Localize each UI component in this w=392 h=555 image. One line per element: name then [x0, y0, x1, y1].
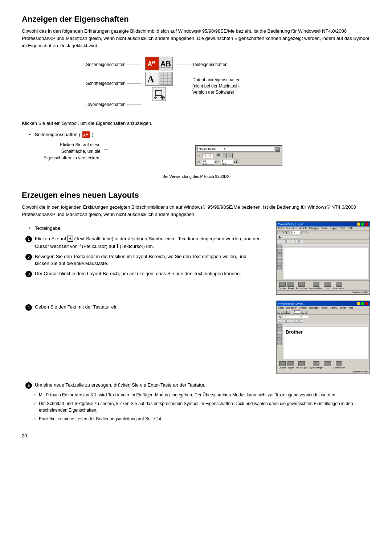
btn2-ausschneiden[interactable]: Ausschneiden — [332, 361, 345, 369]
fs2-b5[interactable] — [295, 319, 299, 323]
sb2-icon-2[interactable] — [277, 328, 282, 332]
section-eigenschaften: Anzeigen der Eigenschaften Obwohl das in… — [22, 15, 370, 180]
fs2-b1[interactable] — [278, 319, 281, 323]
sb-icon-4[interactable] — [277, 258, 282, 261]
font-b4[interactable] — [298, 236, 302, 239]
tb-b1[interactable] — [301, 231, 304, 234]
tb-print[interactable] — [287, 231, 290, 234]
win-close[interactable] — [365, 223, 368, 226]
btn-misc1[interactable]: — — [324, 282, 331, 289]
cursor-blink — [303, 329, 303, 334]
sidebar-2 — [277, 323, 282, 360]
step-1: 1 Klicken Sie auf A (Text-Schaltfläche) … — [25, 235, 261, 250]
fs2-b3[interactable] — [286, 319, 290, 323]
canvas-1[interactable] — [283, 247, 369, 279]
sub-notes-area: ☞ Mit P-touch Editor Version 3.1, wird T… — [33, 392, 370, 422]
fs2-b4[interactable] — [291, 319, 294, 323]
tb2-b4[interactable] — [287, 311, 290, 314]
stb-dropdown-24mm[interactable]: 24 mm ▼ — [202, 160, 214, 165]
stb-dropdown-auto[interactable]: AUTO ▼ — [203, 153, 213, 158]
svg-text:✣: ✣ — [154, 96, 157, 100]
tb-dropdown-t[interactable]: T — [293, 231, 300, 234]
rline-db — [176, 78, 191, 78]
icon-text[interactable]: AB —— — [159, 57, 173, 70]
tb-b2[interactable] — [305, 231, 307, 234]
texteingabe-bullet: Texteingabe — [29, 225, 261, 232]
icon-schrift[interactable]: A — [145, 72, 159, 86]
icon-seiten[interactable]: A B — [145, 57, 159, 70]
icon-layout[interactable]: ✣ — [152, 87, 166, 101]
tb2-dropdown[interactable]: T — [293, 310, 300, 314]
sb-icon-6[interactable] — [277, 266, 282, 270]
tb-open[interactable] — [281, 231, 283, 234]
btn2-drucken[interactable]: Drucken — [279, 361, 286, 369]
fs-b2[interactable] — [282, 240, 286, 243]
btn2-layout[interactable]: Layout einfügen — [309, 361, 323, 369]
font2-A-btn[interactable]: A — [278, 315, 282, 318]
font-b1[interactable] — [283, 236, 287, 239]
badge-4: 4 — [25, 304, 32, 311]
sb2-icon-5[interactable] — [277, 342, 282, 345]
btn-ausschneiden[interactable]: Ausschneiden — [332, 282, 345, 289]
fs-b4[interactable] — [291, 240, 294, 243]
btn-export[interactable]: Export — [287, 282, 294, 289]
stb-btn-photo[interactable] — [275, 147, 280, 152]
stb-btn-A2[interactable]: A — [228, 153, 233, 158]
icon-datenbank[interactable] — [159, 72, 173, 86]
tb2-b6[interactable] — [305, 311, 307, 314]
btn-text-ein[interactable]: Text einfügen — [295, 282, 307, 289]
font-b3[interactable] — [293, 236, 297, 239]
sb2-icon-4[interactable] — [277, 337, 282, 341]
stb-dropdown-4mm[interactable]: 4 mm ▼ — [221, 160, 233, 165]
tb2-b3[interactable] — [284, 311, 287, 314]
step5-area: 5 Um eine neue Textzeile zu erzeugen, dr… — [22, 381, 370, 422]
win-maximize[interactable] — [361, 223, 364, 226]
sb-icon-5[interactable] — [277, 262, 282, 266]
bottom-icons-2: Drucken Export Text einfügen Layout einf… — [277, 360, 369, 370]
sb2-icon-3[interactable] — [277, 333, 282, 336]
font2-name[interactable]: — — [283, 315, 301, 318]
fs-b3[interactable] — [286, 240, 290, 243]
font-b2[interactable] — [288, 236, 292, 239]
tb2-b1[interactable] — [277, 311, 280, 314]
stb-btn-grid[interactable] — [216, 153, 221, 158]
btn2-misc[interactable]: — — [324, 361, 331, 369]
font2-size[interactable] — [302, 315, 309, 318]
badge-3: 3 — [25, 271, 32, 277]
canvas-2[interactable]: Brother — [283, 327, 369, 359]
win-minimize-2[interactable] — [357, 302, 360, 305]
label-seiten: Seiteneigenschaften — [73, 57, 145, 73]
stb-spinner[interactable]: ▲ ▼ — [235, 159, 238, 165]
sb-icon-3[interactable] — [277, 253, 282, 257]
stb-btn-A1[interactable]: A — [222, 153, 227, 158]
note-icon-2: ☞ — [33, 400, 37, 407]
sb2-icon-1[interactable] — [277, 324, 282, 328]
fs-b1[interactable] — [278, 240, 281, 243]
fs2-b2[interactable] — [282, 319, 286, 323]
btn2-text[interactable]: Text einfügen — [295, 361, 307, 369]
icon-row-middle: A — [145, 72, 173, 86]
win-close-2[interactable] — [365, 302, 368, 305]
tb2-b2[interactable] — [281, 311, 283, 314]
stb-dropdown-normalformat[interactable]: Normalformat ▼ — [197, 147, 274, 152]
tb-new[interactable] — [277, 231, 280, 234]
line-schrift — [127, 83, 142, 84]
bullet-seiten: Seiteneigenschaften ( A B ) — [29, 131, 370, 138]
section1-intro: Obwohl das in den folgenden Erklärungen … — [22, 28, 370, 49]
tb2-b5[interactable] — [301, 311, 304, 314]
font-A-btn[interactable]: A — [278, 236, 282, 239]
win-minimize[interactable] — [357, 223, 360, 226]
svg-text:A: A — [148, 61, 152, 67]
btn2-export[interactable]: Export — [287, 361, 294, 369]
btn-layout-ein[interactable]: Layout einfügen — [309, 282, 323, 289]
statusbar-1: Drucken für: Milli — [277, 290, 369, 294]
win-maximize-2[interactable] — [361, 302, 364, 305]
sb-icon-1[interactable] — [277, 245, 282, 248]
menubar-1: DateiBearbeitenAnsichtEinfügenFormatLayo… — [277, 227, 369, 230]
sb-icon-2[interactable] — [277, 249, 282, 253]
fs2-b6[interactable] — [299, 319, 303, 323]
btn-drucken[interactable]: Drucken — [279, 282, 286, 289]
fs-b5[interactable] — [295, 240, 299, 243]
fs-b6[interactable] — [299, 240, 303, 243]
tb-save[interactable] — [284, 231, 287, 234]
